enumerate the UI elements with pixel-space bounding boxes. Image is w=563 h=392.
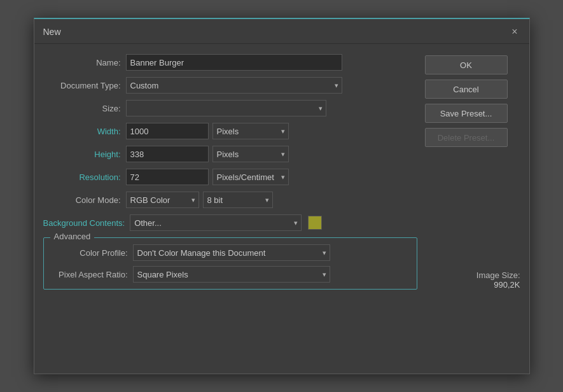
save-preset-button[interactable]: Save Preset... <box>425 104 508 123</box>
pixel-ratio-row: Pixel Aspect Ratio: Square Pixels D1/DV … <box>50 266 410 283</box>
color-profile-wrapper: Don't Color Manage this Document sRGB IE… <box>133 244 330 261</box>
bg-contents-wrapper: Other... White Background Color Transpar… <box>130 214 302 231</box>
width-controls: Pixels Inches Centimeters <box>126 123 289 139</box>
ok-button[interactable]: OK <box>425 55 508 74</box>
size-label: Size: <box>43 104 126 113</box>
doc-type-select[interactable]: Custom Default Photoshop Size Letter <box>126 77 342 94</box>
cancel-button[interactable]: Cancel <box>425 80 508 99</box>
doc-type-row: Document Type: Custom Default Photoshop … <box>43 77 417 94</box>
color-profile-select[interactable]: Don't Color Manage this Document sRGB IE… <box>133 244 330 261</box>
advanced-section: Advanced Color Profile: Don't Color Mana… <box>43 237 417 290</box>
close-button[interactable]: × <box>509 25 520 38</box>
doc-type-wrapper: Custom Default Photoshop Size Letter <box>126 77 342 94</box>
color-mode-wrapper: RGB Color CMYK Color Grayscale <box>126 192 199 208</box>
delete-preset-button[interactable]: Delete Preset... <box>425 128 508 147</box>
bg-contents-row: Background Contents: Other... White Back… <box>43 214 417 231</box>
height-controls: Pixels Inches Centimeters <box>126 146 289 162</box>
width-unit-select[interactable]: Pixels Inches Centimeters <box>212 123 289 139</box>
advanced-legend: Advanced <box>50 232 95 241</box>
resolution-input[interactable] <box>126 169 209 185</box>
resolution-unit-select[interactable]: Pixels/Centimeter Pixels/Inch <box>212 169 289 185</box>
width-row: Width: Pixels Inches Centimeters <box>43 123 417 139</box>
color-profile-label: Color Profile: <box>50 248 133 258</box>
color-profile-row: Color Profile: Don't Color Manage this D… <box>50 244 410 261</box>
bit-depth-wrapper: 8 bit 16 bit 32 bit <box>203 192 273 208</box>
left-panel: Name: Document Type: Custom Default Phot… <box>43 54 417 290</box>
size-wrapper <box>126 100 326 116</box>
title-bar: New × <box>34 19 529 44</box>
color-mode-select[interactable]: RGB Color CMYK Color Grayscale <box>126 192 199 208</box>
bg-color-swatch[interactable] <box>308 216 322 230</box>
bit-depth-select[interactable]: 8 bit 16 bit 32 bit <box>203 192 273 208</box>
color-mode-row: Color Mode: RGB Color CMYK Color Graysca… <box>43 192 417 208</box>
resolution-unit-wrapper: Pixels/Centimeter Pixels/Inch <box>212 169 289 185</box>
bg-contents-controls: Other... White Background Color Transpar… <box>130 214 322 231</box>
pixel-ratio-label: Pixel Aspect Ratio: <box>50 270 133 279</box>
dialog-body: Name: Document Type: Custom Default Phot… <box>34 44 529 300</box>
size-row: Size: <box>43 100 417 116</box>
name-row: Name: <box>43 54 417 71</box>
new-document-dialog: New × Name: Document Type: Custom Defaul… <box>34 18 530 374</box>
resolution-label: Resolution: <box>43 172 126 182</box>
resolution-row: Resolution: Pixels/Centimeter Pixels/Inc… <box>43 169 417 185</box>
pixel-ratio-select[interactable]: Square Pixels D1/DV NTSC (0.91) D1/DV PA… <box>133 266 330 283</box>
image-size-value: 990,2K <box>425 280 520 290</box>
color-mode-controls: RGB Color CMYK Color Grayscale 8 bit 16 … <box>126 192 273 208</box>
pixel-ratio-wrapper: Square Pixels D1/DV NTSC (0.91) D1/DV PA… <box>133 266 330 283</box>
doc-type-label: Document Type: <box>43 81 126 90</box>
name-input[interactable] <box>126 54 342 71</box>
bg-contents-select[interactable]: Other... White Background Color Transpar… <box>130 214 302 231</box>
name-label: Name: <box>43 58 126 67</box>
height-input[interactable] <box>126 146 209 162</box>
dialog-title: New <box>43 27 61 37</box>
width-input[interactable] <box>126 123 209 139</box>
width-label: Width: <box>43 127 126 136</box>
height-label: Height: <box>43 150 126 159</box>
height-row: Height: Pixels Inches Centimeters <box>43 146 417 162</box>
right-panel: OK Cancel Save Preset... Delete Preset..… <box>425 54 520 290</box>
height-unit-wrapper: Pixels Inches Centimeters <box>212 146 289 162</box>
size-select[interactable] <box>126 100 326 116</box>
image-size-label: Image Size: <box>425 258 520 280</box>
bg-contents-label: Background Contents: <box>43 218 130 228</box>
height-unit-select[interactable]: Pixels Inches Centimeters <box>212 146 289 162</box>
color-mode-label: Color Mode: <box>43 195 126 205</box>
width-unit-wrapper: Pixels Inches Centimeters <box>212 123 289 139</box>
resolution-controls: Pixels/Centimeter Pixels/Inch <box>126 169 289 185</box>
